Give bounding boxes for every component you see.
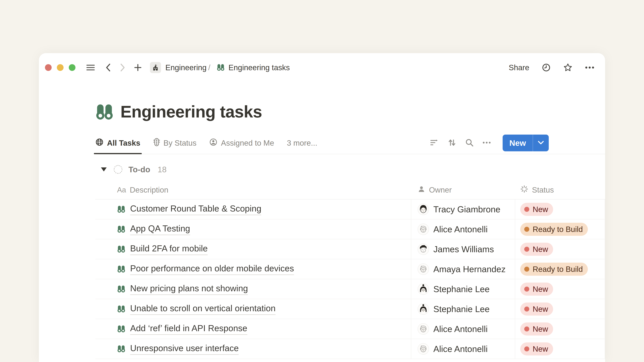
status-cell[interactable]: New <box>515 299 605 319</box>
view-options-icon[interactable] <box>482 141 491 145</box>
status-badge[interactable]: Ready to Build <box>520 263 588 276</box>
person-icon <box>418 185 425 195</box>
status-dot-icon <box>524 307 529 312</box>
task-title[interactable]: Poor performance on older mobile devices <box>130 263 294 275</box>
description-cell[interactable]: Unresponsive user interface <box>95 339 411 359</box>
status-cell[interactable]: New <box>515 239 605 259</box>
owner-cell[interactable]: Tracy Giambrone <box>411 199 515 219</box>
task-title[interactable]: Customer Round Table & Scoping <box>130 203 261 215</box>
filter-icon[interactable] <box>430 139 439 147</box>
description-cell[interactable]: Poor performance on older mobile devices <box>95 259 411 279</box>
status-cell[interactable]: Ready to Build <box>515 219 605 239</box>
column-header-description[interactable]: Aa Description <box>95 181 411 199</box>
new-dropdown-button[interactable] <box>533 135 549 151</box>
task-title[interactable]: Add ‘ref’ field in API Response <box>130 323 247 335</box>
status-label: New <box>533 205 548 214</box>
avatar <box>418 283 429 295</box>
more-views-link[interactable]: 3 more... <box>287 138 318 147</box>
tab-by-status[interactable]: By Status <box>153 132 196 154</box>
task-title[interactable]: Build 2FA for mobile <box>130 243 208 255</box>
status-badge[interactable]: New <box>520 283 553 296</box>
owner-cell[interactable]: Alice Antonelli <box>411 319 515 339</box>
new-button-group: New <box>502 135 549 151</box>
workspace-page-icon[interactable] <box>150 62 161 73</box>
avatar <box>418 323 429 335</box>
breadcrumb-page[interactable]: Engineering tasks <box>228 63 290 72</box>
breadcrumb-workspace[interactable]: Engineering/ <box>165 63 212 72</box>
back-icon[interactable] <box>105 63 111 72</box>
status-label: New <box>533 305 548 314</box>
group-header-todo: To-do 18 <box>101 162 605 177</box>
owner-name: Alice Antonelli <box>433 224 488 234</box>
favorite-star-icon[interactable] <box>563 63 572 72</box>
task-title[interactable]: Unable to scroll on vertical orientation <box>130 303 276 315</box>
group-name[interactable]: To-do <box>128 165 150 174</box>
binoculars-icon <box>117 285 126 294</box>
status-badge[interactable]: New <box>520 203 553 216</box>
status-label: Ready to Build <box>533 225 583 234</box>
avatar <box>418 244 429 255</box>
status-badge[interactable]: New <box>520 243 553 256</box>
status-cell[interactable]: New <box>515 339 605 359</box>
status-badge[interactable]: New <box>520 323 553 336</box>
status-cell[interactable]: New <box>515 279 605 299</box>
status-badge[interactable]: New <box>520 303 553 316</box>
status-cell[interactable]: New <box>515 199 605 219</box>
breadcrumb-separator: / <box>208 63 210 72</box>
description-cell[interactable]: Customer Round Table & Scoping <box>95 199 411 219</box>
description-cell[interactable]: App QA Testing <box>95 219 411 239</box>
tab-all-tasks[interactable]: All Tasks <box>95 132 140 154</box>
owner-cell[interactable]: Stephanie Lee <box>411 279 515 299</box>
status-badge[interactable]: Ready to Build <box>520 223 588 236</box>
table-row: Unable to scroll on vertical orientation… <box>95 299 605 319</box>
window-topbar: Engineering/ Engineering tasks Share <box>39 53 605 82</box>
column-header-owner[interactable]: Owner <box>411 181 515 199</box>
forward-icon[interactable] <box>120 63 126 72</box>
sidebar-toggle-icon[interactable] <box>86 64 95 71</box>
binoculars-icon <box>117 225 126 234</box>
table-row: Add ‘ref’ field in API Response Alice An… <box>95 319 605 339</box>
status-cell[interactable]: New <box>515 319 605 339</box>
sort-icon[interactable] <box>448 138 456 148</box>
tab-label: Assigned to Me <box>221 138 274 147</box>
minimize-window-button[interactable] <box>57 64 64 71</box>
tab-label: All Tasks <box>107 138 140 147</box>
owner-cell[interactable]: Alice Antonelli <box>411 219 515 239</box>
more-options-icon[interactable] <box>585 66 594 69</box>
avatar <box>418 303 429 315</box>
column-header-status[interactable]: Status <box>515 181 605 199</box>
close-window-button[interactable] <box>45 64 52 71</box>
status-cell[interactable]: Ready to Build <box>515 259 605 279</box>
zoom-window-button[interactable] <box>69 64 76 71</box>
new-page-icon[interactable] <box>134 63 142 71</box>
binoculars-icon <box>117 305 126 314</box>
new-button[interactable]: New <box>502 135 533 151</box>
column-label: Description <box>130 185 168 194</box>
collapse-triangle-icon[interactable] <box>101 167 107 171</box>
status-badge[interactable]: New <box>520 343 553 356</box>
owner-cell[interactable]: James Williams <box>411 239 515 259</box>
status-label: Ready to Build <box>533 265 583 274</box>
tab-assigned-to-me[interactable]: Assigned to Me <box>209 132 274 154</box>
status-dot-icon <box>524 207 529 212</box>
description-cell[interactable]: Build 2FA for mobile <box>95 239 411 259</box>
owner-cell[interactable]: Alice Antonelli <box>411 339 515 359</box>
owner-name: Tracy Giambrone <box>433 204 500 214</box>
task-title[interactable]: New pricing plans not showing <box>130 283 248 295</box>
description-cell[interactable]: Unable to scroll on vertical orientation <box>95 299 411 319</box>
task-title[interactable]: App QA Testing <box>130 223 190 235</box>
owner-cell[interactable]: Stephanie Lee <box>411 299 515 319</box>
owner-cell[interactable]: Amaya Hernandez <box>411 259 515 279</box>
description-cell[interactable]: Add ‘ref’ field in API Response <box>95 319 411 339</box>
owner-name: Alice Antonelli <box>433 324 488 334</box>
updates-clock-icon[interactable] <box>542 63 551 72</box>
owner-name: Amaya Hernandez <box>433 264 506 274</box>
search-icon[interactable] <box>465 138 474 148</box>
task-title[interactable]: Unresponsive user interface <box>130 343 239 355</box>
share-button[interactable]: Share <box>509 63 529 72</box>
binoculars-icon[interactable] <box>95 102 114 121</box>
description-cell[interactable]: New pricing plans not showing <box>95 279 411 299</box>
table-row: App QA Testing Alice Antonelli Ready to … <box>95 219 605 239</box>
status-label: New <box>533 285 548 294</box>
table-row: New pricing plans not showing Stephanie … <box>95 279 605 299</box>
